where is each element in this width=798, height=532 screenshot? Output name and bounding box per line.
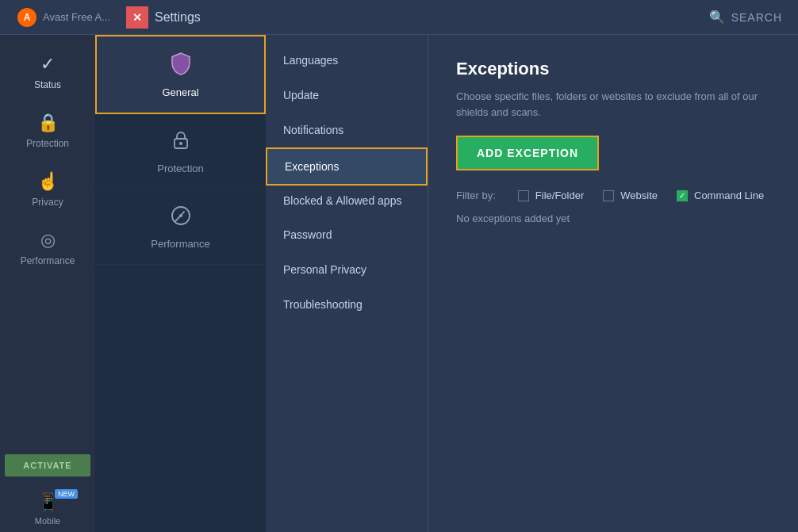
sidebar-item-privacy[interactable]: ☝ Privacy xyxy=(0,160,95,219)
sidebar-item-performance[interactable]: ◎ Performance xyxy=(0,219,95,277)
page-title: Exceptions xyxy=(456,59,770,79)
protection-lock-icon xyxy=(169,128,193,158)
general-shield-icon xyxy=(168,51,194,82)
title-bar-left: A Avast Free A... ✕ Settings xyxy=(0,6,201,29)
main-layout: ✓ Status 🔒 Protection ☝ Privacy ◎ Perfor… xyxy=(0,35,798,532)
third-nav-exceptions[interactable]: Exceptions xyxy=(266,147,428,186)
command-line-label: Command Line xyxy=(694,189,764,201)
second-nav: General Protection Performance xyxy=(95,35,266,532)
second-nav-performance[interactable]: Performance xyxy=(95,189,266,265)
title-bar-right: 🔍 SEARCH xyxy=(709,10,798,25)
privacy-label: Privacy xyxy=(32,197,63,208)
third-nav-blocked[interactable]: Blocked & Allowed apps xyxy=(266,186,428,217)
title-bar: A Avast Free A... ✕ Settings 🔍 SEARCH xyxy=(0,0,798,35)
second-nav-protection[interactable]: Protection xyxy=(95,114,266,189)
add-exception-button[interactable]: ADD EXCEPTION xyxy=(456,136,599,170)
new-badge: NEW xyxy=(55,489,78,499)
content-area: Exceptions Choose specific files, folder… xyxy=(428,35,798,532)
second-nav-general[interactable]: General xyxy=(95,35,266,114)
performance-gauge-icon xyxy=(169,204,193,233)
app-name: Avast Free A... xyxy=(43,11,110,23)
file-folder-checkbox[interactable] xyxy=(518,190,529,201)
general-label: General xyxy=(162,86,198,98)
settings-title: Settings xyxy=(155,10,201,25)
privacy-icon: ☝ xyxy=(37,171,59,192)
protection-label: Protection xyxy=(26,138,69,149)
avast-logo: A Avast Free A... xyxy=(8,8,120,27)
third-nav: Languages Update Notifications Exception… xyxy=(266,35,428,532)
filter-row: Filter by: File/Folder Website ✓ Command… xyxy=(456,189,770,201)
protection-label2: Protection xyxy=(157,163,204,174)
third-nav-notifications[interactable]: Notifications xyxy=(266,113,428,147)
avast-icon: A xyxy=(17,8,36,27)
svg-point-1 xyxy=(179,142,182,145)
empty-state-label: No exceptions added yet xyxy=(456,212,770,224)
icon-nav: ✓ Status 🔒 Protection ☝ Privacy ◎ Perfor… xyxy=(0,35,95,532)
sidebar-item-status[interactable]: ✓ Status xyxy=(0,43,95,101)
activate-button[interactable]: ACTIVATE xyxy=(5,454,90,477)
filter-label: Filter by: xyxy=(456,189,496,201)
website-label: Website xyxy=(620,189,658,201)
svg-point-3 xyxy=(179,214,182,217)
filter-file-folder[interactable]: File/Folder xyxy=(518,189,584,201)
website-checkbox[interactable] xyxy=(603,190,614,201)
close-button[interactable]: ✕ xyxy=(126,6,148,29)
third-nav-personal-privacy[interactable]: Personal Privacy xyxy=(266,252,428,287)
filter-website[interactable]: Website xyxy=(603,189,658,201)
third-nav-troubleshooting[interactable]: Troubleshooting xyxy=(266,287,428,322)
sidebar-item-protection[interactable]: 🔒 Protection xyxy=(0,101,95,160)
command-line-checkbox[interactable]: ✓ xyxy=(677,190,688,201)
search-label[interactable]: SEARCH xyxy=(731,11,782,24)
status-label: Status xyxy=(34,79,61,90)
third-nav-update[interactable]: Update xyxy=(266,78,428,113)
sidebar-item-mobile[interactable]: NEW 📱 Mobile xyxy=(0,486,95,532)
filter-command-line[interactable]: ✓ Command Line xyxy=(677,189,764,201)
performance-label2: Performance xyxy=(151,238,209,250)
search-icon[interactable]: 🔍 xyxy=(709,10,725,25)
protection-icon: 🔒 xyxy=(37,113,59,133)
file-folder-label: File/Folder xyxy=(535,189,584,201)
mobile-label: Mobile xyxy=(35,516,60,526)
performance-label: Performance xyxy=(21,255,75,266)
performance-icon: ◎ xyxy=(40,230,56,251)
status-icon: ✓ xyxy=(40,54,55,75)
third-nav-password[interactable]: Password xyxy=(266,217,428,252)
page-description: Choose specific files, folders or websit… xyxy=(456,89,770,120)
third-nav-languages[interactable]: Languages xyxy=(266,43,428,78)
